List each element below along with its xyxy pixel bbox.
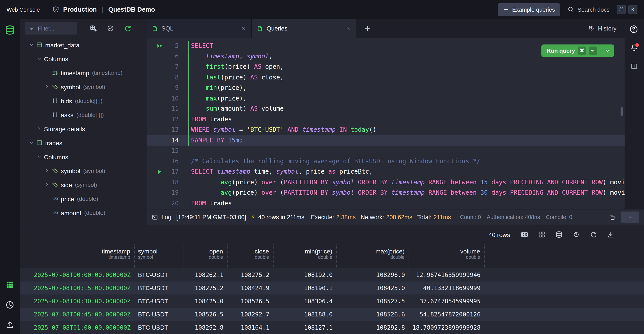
code-line-14[interactable]: 14SAMPLE BY 15m; [146,135,625,146]
cell-volume[interactable]: 18.7809723899999928 [409,321,485,334]
cell-volume[interactable]: 12.967416359999946 [409,268,485,282]
table-row[interactable]: 2025-07-08T00:15:00.000000ZBTC-USDT10827… [20,282,644,295]
refresh-schema-icon[interactable] [124,25,132,32]
code-line-11[interactable]: 11 sum(amount) AS volume [146,104,625,114]
code-line-12[interactable]: 12FROM trades [146,114,625,125]
cell-timestamp[interactable]: 2025-07-08T00:45:00.000000Z [20,308,135,321]
history-button[interactable]: History [588,19,616,38]
column-header-volume[interactable]: volumedouble [409,244,485,268]
run-options-chevron[interactable] [605,48,610,53]
pie-chart-icon[interactable] [5,300,14,309]
upload-icon[interactable] [5,320,14,329]
tree-item-columns[interactable]: Columns [20,52,146,66]
close-tab-icon[interactable] [346,26,352,31]
tree-item-symbol[interactable]: symbol(symbol) [20,164,146,178]
cell-open[interactable]: 108262.1 [184,268,228,282]
cell-open[interactable]: 108526.5 [184,308,228,321]
cell-timestamp[interactable]: 2025-07-08T00:15:00.000000Z [20,282,135,295]
instance-badge[interactable]: Production | QuestDB Demo [52,6,155,13]
cell-open[interactable]: 108292.8 [184,321,228,334]
code-line-18[interactable]: 18 avg(price) over (PARTITION BY symbol … [146,177,625,188]
column-header-symbol[interactable]: symbolsymbol [135,244,184,268]
column-header-max(price)[interactable]: max(price)double [337,244,409,268]
database-icon[interactable] [4,25,15,36]
cell-symbol[interactable]: BTC-USDT [135,308,184,321]
tab-sql[interactable]: SQL [146,19,252,38]
cell-volume[interactable]: 37.67478545999995 [409,295,485,308]
cell-max(price)[interactable]: 108296.0 [337,268,409,282]
cell-timestamp[interactable]: 2025-07-08T00:00:00.000000Z [20,268,135,282]
copy-log-icon[interactable] [609,214,615,220]
tree-item-symbol[interactable]: symbol(symbol) [20,80,146,94]
cell-volume[interactable]: 40.1332118699999 [409,282,485,295]
cell-max(price)[interactable]: 108425.0 [337,282,409,295]
code-line-15[interactable]: 15 [146,146,625,156]
example-queries-button[interactable]: Example queries [498,3,560,16]
collapse-log-button[interactable] [621,211,639,223]
cell-symbol[interactable]: BTC-USDT [135,321,184,334]
code-line-17[interactable]: 17SELECT timestamp time, symbol, price a… [146,166,625,177]
cell-close[interactable]: 108292.7 [228,308,274,321]
chevron-down-icon[interactable] [29,140,36,146]
cell-min(price)[interactable]: 108192.0 [274,268,337,282]
cell-close[interactable]: 108275.2 [228,268,274,282]
cell-min(price)[interactable]: 108188.0 [274,308,337,321]
notifications-button[interactable] [630,44,638,52]
filter-input[interactable]: Filter... [25,22,77,35]
panel-layout-icon[interactable] [630,63,638,70]
code-line-10[interactable]: 10 max(price), [146,93,625,104]
code-line-20[interactable]: 20FROM trades [146,198,625,209]
tree-item-amount[interactable]: 123amount(double) [20,206,146,220]
table-row[interactable]: 2025-07-08T01:00:00.000000ZBTC-USDT10829… [20,321,644,334]
chevron-right-icon[interactable] [44,84,52,90]
code-line-7[interactable]: 7 first(price) AS open, [146,62,625,72]
code-line-8[interactable]: 8 last(price) AS close, [146,72,625,83]
cell-close[interactable]: 108526.5 [228,295,274,308]
sql-editor[interactable]: 5SELECT6 timestamp, symbol,7 first(price… [146,38,625,209]
chevron-down-icon[interactable] [36,154,44,159]
tree-item-columns[interactable]: Columns [20,150,146,164]
chevron-down-icon[interactable] [36,56,44,62]
code-line-9[interactable]: 9 min(price), [146,83,625,93]
cell-open[interactable]: 108425.0 [184,295,228,308]
refresh-results-icon[interactable] [590,231,597,238]
table-row[interactable]: 2025-07-08T00:30:00.000000ZBTC-USDT10842… [20,295,644,308]
column-header-timestamp[interactable]: timestamptimestamp [20,244,135,268]
search-docs-button[interactable]: Search docs [568,6,610,13]
table-row[interactable]: 2025-07-08T00:45:00.000000ZBTC-USDT10852… [20,308,644,321]
help-icon[interactable] [629,25,638,34]
tree-item-trades[interactable]: trades [20,136,146,150]
chevron-down-icon[interactable] [29,42,36,48]
tree-item-asks[interactable]: asks(double[][]) [20,108,146,122]
grid-view-icon[interactable] [6,281,14,289]
toggle-grid-icon[interactable] [538,231,546,238]
cell-open[interactable]: 108275.2 [184,282,228,295]
tree-item-side[interactable]: side(symbol) [20,178,146,192]
run-line-icon[interactable] [156,168,163,175]
code-line-16[interactable]: 16/* Calculates the rolling moving avera… [146,156,625,167]
tree-item-market_data[interactable]: market_data [20,38,146,52]
chevron-right-icon[interactable] [44,182,52,188]
cell-max(price)[interactable]: 108527.5 [337,295,409,308]
code-line-13[interactable]: 13WHERE symbol = 'BTC-USDT' AND timestam… [146,125,625,135]
tab-queries[interactable]: Queries [252,19,357,38]
chevron-right-icon[interactable] [44,168,52,174]
cell-max(price)[interactable]: 108292.8 [337,321,409,334]
cell-close[interactable]: 108424.9 [228,282,274,295]
tree-item-storage-details[interactable]: Storage details [20,122,146,136]
cell-close[interactable]: 108164.1 [228,321,274,334]
editor-scrollbar[interactable] [620,107,622,116]
cell-symbol[interactable]: BTC-USDT [135,282,184,295]
cell-timestamp[interactable]: 2025-07-08T00:30:00.000000Z [20,295,135,308]
cell-volume[interactable]: 54.82547872000126 [409,308,485,321]
cell-min(price)[interactable]: 108127.1 [274,321,337,334]
run-query-button[interactable]: Run query ⌘ ↵ [541,45,614,57]
cell-min(price)[interactable]: 108306.4 [274,295,337,308]
cell-max(price)[interactable]: 108526.6 [337,308,409,321]
download-csv-icon[interactable] [607,231,614,238]
copy-markdown-icon[interactable] [521,231,528,238]
select-tables-icon[interactable] [107,25,114,32]
cell-min(price)[interactable]: 108190.1 [274,282,337,295]
tree-item-price[interactable]: 123price(double) [20,192,146,206]
close-tab-icon[interactable] [241,26,246,31]
